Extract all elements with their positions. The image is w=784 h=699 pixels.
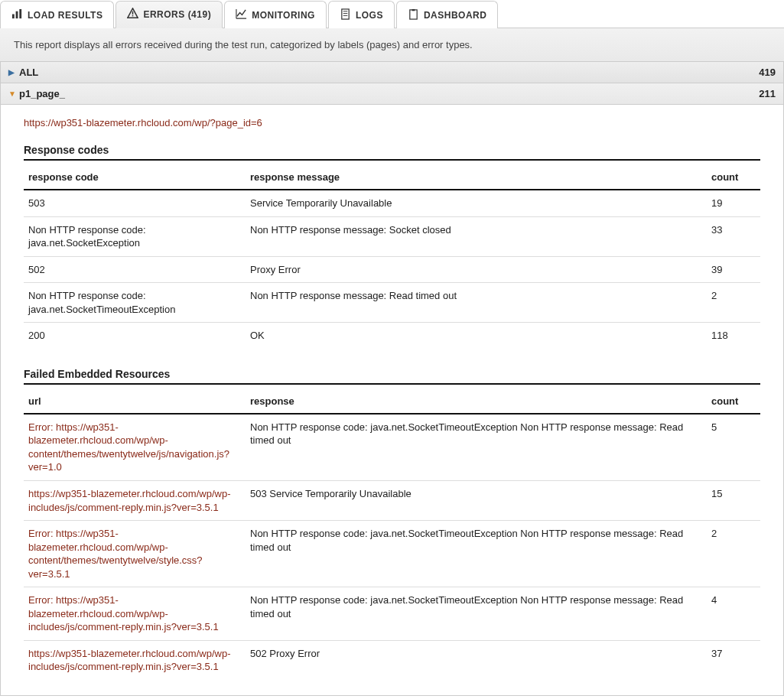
cell-message: Service Temporarily Unavailable [246,190,707,216]
cell-response: Non HTTP response code: java.net.SocketT… [246,521,707,587]
tab-bar: LOAD RESULTS ERRORS (419) MONITORING LOG… [0,0,784,28]
table-row: https://wp351-blazemeter.rhcloud.com/wp/… [24,640,760,680]
cell-count: 118 [707,323,760,349]
response-codes-table: response code response message count 503… [24,164,760,349]
line-chart-icon [236,8,247,22]
svg-rect-10 [412,8,415,10]
accordion-p1-page[interactable]: ▼ p1_page_ 211 [1,83,783,105]
svg-rect-1 [16,11,18,18]
section-title-response-codes: Response codes [24,144,760,161]
chevron-right-icon: ▶ [8,68,19,76]
svg-rect-5 [342,8,349,18]
cell-code: 200 [24,323,246,349]
cell-url: https://wp351-blazemeter.rhcloud.com/wp/… [24,640,246,680]
svg-rect-9 [410,9,417,18]
cell-code: Non HTTP response code: java.net.SocketE… [24,216,246,256]
svg-rect-3 [132,11,134,15]
tab-errors[interactable]: ERRORS (419) [115,1,223,28]
tab-logs[interactable]: LOGS [328,1,395,28]
accordion-label: p1_page_ [19,88,759,99]
accordion-label: ALL [19,67,759,78]
cell-response: Non HTTP response code: java.net.SocketT… [246,414,707,481]
accordion-count: 419 [759,67,776,78]
cell-count: 19 [707,190,760,216]
th-response: response [246,388,707,414]
svg-rect-4 [132,15,134,17]
cell-message: Proxy Error [246,256,707,283]
table-row: Error: https://wp351-blazemeter.rhcloud.… [24,587,760,641]
cell-url: Error: https://wp351-blazemeter.rhcloud.… [24,587,246,641]
cell-response: 502 Proxy Error [246,640,707,680]
th-response-code: response code [24,164,246,190]
cell-url: https://wp351-blazemeter.rhcloud.com/wp/… [24,481,246,521]
content-panel: ▶ ALL 419 ▼ p1_page_ 211 https://wp351-b… [0,62,784,696]
svg-rect-0 [12,14,15,18]
tab-label: MONITORING [252,10,315,21]
th-count: count [707,388,760,414]
document-icon [340,8,351,22]
cell-code: 503 [24,190,246,216]
table-row: Error: https://wp351-blazemeter.rhcloud.… [24,521,760,587]
cell-count: 2 [707,521,760,587]
tab-load-results[interactable]: LOAD RESULTS [0,1,114,28]
chevron-down-icon: ▼ [8,89,19,98]
tab-monitoring[interactable]: MONITORING [224,1,327,28]
cell-response: 503 Service Temporarily Unavailable [246,481,707,521]
page-url: https://wp351-blazemeter.rhcloud.com/wp/… [24,112,760,136]
warning-icon [127,8,138,21]
cell-code: 502 [24,256,246,283]
cell-count: 4 [707,587,760,641]
section-title-failed-resources: Failed Embedded Resources [24,368,760,385]
cell-count: 5 [707,414,760,481]
table-row: https://wp351-blazemeter.rhcloud.com/wp/… [24,481,760,521]
tab-label: LOAD RESULTS [28,10,102,21]
cell-count: 37 [707,640,760,680]
th-count: count [707,164,760,190]
tab-dashboard[interactable]: DASHBOARD [396,1,499,28]
cell-message: OK [246,323,707,349]
clipboard-icon [408,8,419,22]
accordion-count: 211 [759,88,776,99]
th-url: url [24,388,246,414]
cell-count: 15 [707,481,760,521]
svg-rect-2 [19,8,21,18]
cell-count: 33 [707,216,760,256]
accordion-all[interactable]: ▶ ALL 419 [1,62,783,83]
cell-count: 39 [707,256,760,283]
tab-label: DASHBOARD [424,10,487,21]
tab-label: LOGS [356,10,383,21]
cell-message: Non HTTP response message: Socket closed [246,216,707,256]
cell-response: Non HTTP response code: java.net.SocketT… [246,587,707,641]
table-row: 503 Service Temporarily Unavailable 19 [24,190,760,216]
cell-url: Error: https://wp351-blazemeter.rhcloud.… [24,521,246,587]
cell-code: Non HTTP response code: java.net.SocketT… [24,283,246,323]
failed-resources-table: url response count Error: https://wp351-… [24,388,760,680]
accordion-detail: https://wp351-blazemeter.rhcloud.com/wp/… [1,105,783,695]
report-description: This report displays all errors received… [0,28,784,62]
table-row: 200 OK 118 [24,323,760,349]
cell-url: Error: https://wp351-blazemeter.rhcloud.… [24,414,246,481]
table-row: Error: https://wp351-blazemeter.rhcloud.… [24,414,760,481]
bar-chart-icon [11,8,23,22]
table-row: Non HTTP response code: java.net.SocketT… [24,283,760,323]
table-row: 502 Proxy Error 39 [24,256,760,283]
th-response-message: response message [246,164,707,190]
cell-count: 2 [707,283,760,323]
tab-label: ERRORS (419) [143,9,211,20]
cell-message: Non HTTP response message: Read timed ou… [246,283,707,323]
table-row: Non HTTP response code: java.net.SocketE… [24,216,760,256]
